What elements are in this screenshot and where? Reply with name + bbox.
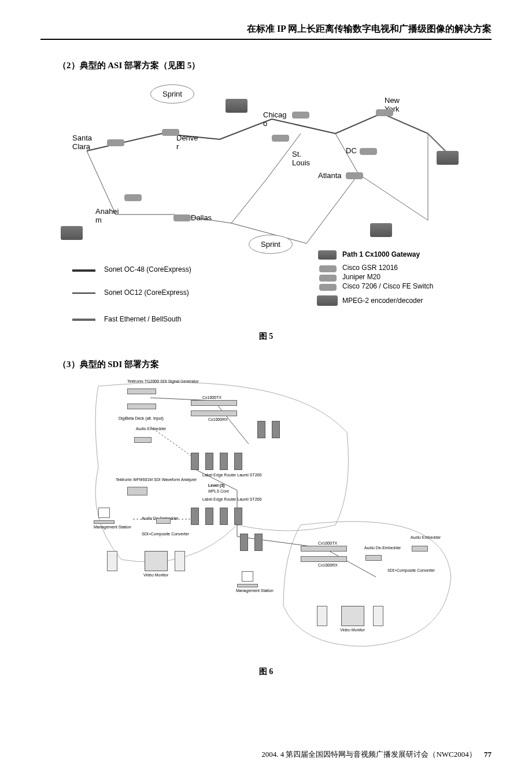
cx1000tx-label-1: Cx1000TX [202, 395, 221, 399]
dallas-icon [173, 214, 191, 221]
ler-label-2: Label Edge Router Laurel ST200 [202, 497, 261, 501]
anaheim-encoder-icon [61, 226, 83, 240]
page-footer: 2004. 4 第四届全国因特网与音视频广播发展研讨会（NWC2004） 77 [261, 749, 492, 760]
tg2000-label: Tektronix TG2000 SDI Signal Generator [127, 379, 199, 383]
dc-label: DC [346, 146, 357, 155]
anaheim-label: Anahei m [95, 207, 119, 224]
denver-icon [162, 129, 179, 136]
legend-juniper-icon [319, 275, 337, 282]
figure-6: Tektronix TG2000 SDI Signal Generator Cx… [87, 375, 457, 652]
mgmt-screen-1 [98, 508, 110, 518]
santa-clara-icon [107, 139, 124, 146]
monitor-2 [341, 606, 364, 626]
legend-gsr-text: Cisco GSR 12016 [342, 264, 398, 272]
mgmt-label-2: Management Station [236, 589, 274, 593]
sprint-cloud-bottom: Sprint [249, 235, 293, 254]
page-number: 77 [484, 750, 492, 758]
mgmt-screen-2 [242, 571, 253, 582]
legend-7206-icon [319, 284, 337, 291]
legend-gateway-text: Path 1 Cx1000 Gateway [342, 250, 420, 258]
legend-oc12-text: Sonet OC12 (CoreExpress) [104, 288, 189, 297]
rack-12 [254, 534, 263, 551]
fig5-caption: 图 5 [40, 331, 492, 342]
cx1000rx-box-2 [301, 556, 347, 562]
tg2000-box [127, 388, 156, 394]
st-louis-icon [272, 135, 289, 142]
footer-text: 2004. 4 第四届全国因特网与音视频广播发展研讨会（NWC2004） [261, 750, 476, 758]
svg-line-2 [150, 427, 191, 456]
legend-mpeg-icon [317, 295, 338, 306]
rack-8 [205, 508, 213, 525]
figure-5: Sprint Sprint Santa Clara Denve r Chicag… [58, 76, 474, 324]
cx1000rx-label-2: Cx1000RX [318, 563, 338, 567]
anaheim-icon [124, 194, 142, 201]
dallas-label: Dallas [191, 213, 212, 222]
wfm-label: Tektronix WFM601M SDI Waveform Analyzer [116, 478, 197, 482]
speaker-1 [107, 551, 117, 571]
sdi-comp-label-1: SDI>Composite Converter [142, 532, 189, 536]
wfm-box [127, 487, 147, 495]
rack-9 [220, 508, 228, 525]
legend-oc12-line [72, 293, 95, 294]
top-gateway-icon [226, 99, 247, 113]
speaker-3 [317, 606, 327, 626]
speaker-2 [175, 551, 185, 571]
chicago-icon [292, 112, 309, 119]
cx1000tx-box-2 [301, 546, 347, 552]
legend-fe-text: Fast Ethernet / BellSouth [104, 315, 181, 323]
dc-encoder-icon [437, 151, 459, 165]
monitor-1 [145, 551, 168, 571]
legend-mpeg-text: MPEG-2 encoder/decoder [342, 297, 423, 305]
svg-line-1 [214, 401, 249, 444]
legend-gateway-icon [318, 250, 337, 260]
legend-oc48-text: Sonet OC-48 (CoreExpress) [104, 265, 191, 273]
legend-oc48-line [72, 269, 95, 272]
speaker-4 [373, 606, 383, 626]
mgmt-base-1 [94, 520, 114, 524]
legend-juniper-text: Juniper M20 [342, 273, 380, 281]
mpls-label: MPLS Core [208, 489, 229, 493]
dc-icon [360, 148, 377, 155]
sdi-comp-label-2: SDI>Composite Converter [387, 568, 435, 572]
rack-2 [272, 421, 280, 438]
cx1000rx-box-1 [191, 410, 237, 416]
atlanta-label: Atlanta [318, 171, 341, 180]
mgmt-base-2 [237, 584, 258, 587]
digibeta-box [127, 404, 156, 409]
audio-emb-box-2 [412, 546, 428, 552]
section-3-title: （3）典型的 SDI 部署方案 [58, 359, 492, 370]
legend-fe-line [72, 319, 95, 321]
rack-6 [234, 453, 242, 470]
rack-3 [191, 453, 199, 470]
st-louis-label: St. Louis [292, 150, 310, 167]
rack-10 [234, 508, 242, 525]
audio-deemb-box-2 [365, 555, 382, 561]
cx1000tx-box-1 [191, 400, 237, 406]
video-monitor-label-1: Video Monitor [143, 573, 168, 577]
denver-label: Denve r [176, 134, 198, 151]
fig6-caption: 图 6 [40, 667, 492, 677]
digibeta-label: DigiBeta Deck (alt. Input) [119, 416, 164, 420]
mgmt-label-1: Management Station [94, 525, 131, 529]
rack-4 [205, 453, 213, 470]
svg-line-6 [324, 548, 376, 577]
atlanta-icon [346, 172, 363, 179]
audio-deemb-label-2: Audio De-Embedder [364, 546, 401, 550]
legend-gsr-icon [319, 265, 337, 272]
video-monitor-label-2: Video Monitor [340, 628, 365, 632]
audio-emb-label-2: Audio Embedder [411, 535, 441, 539]
page-header: 在标准 IP 网上长距离传输数字电视和广播级图像的解决方案 [40, 23, 492, 40]
audio-emb-box-1 [134, 437, 152, 443]
rack-5 [220, 453, 228, 470]
santa-clara-label: Santa Clara [72, 134, 92, 151]
sprint-cloud-top: Sprint [150, 84, 194, 103]
audio-emb-label-1: Audio Embedder [136, 427, 166, 431]
rack-11 [240, 534, 248, 551]
cx1000tx-label-2: Cx1000TX [318, 541, 337, 545]
legend-7206-text: Cisco 7206 / Cisco FE Switch [342, 282, 433, 290]
level3-label: Level (3) [208, 483, 224, 487]
section-2-title: （2）典型的 ASI 部署方案（见图 5） [58, 60, 492, 71]
rack-7 [191, 508, 199, 525]
new-york-icon [376, 109, 393, 116]
chicago-label: Chicag o [263, 110, 286, 128]
